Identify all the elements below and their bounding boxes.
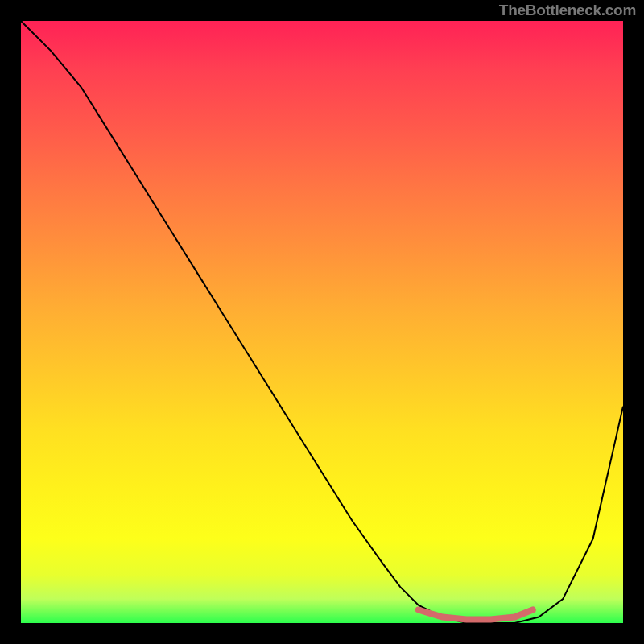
flat-marker-path xyxy=(419,610,533,620)
chart-svg xyxy=(21,21,623,623)
chart-plot-area xyxy=(21,21,623,623)
attribution-text: TheBottleneck.com xyxy=(499,2,636,19)
curve-path xyxy=(21,21,623,623)
